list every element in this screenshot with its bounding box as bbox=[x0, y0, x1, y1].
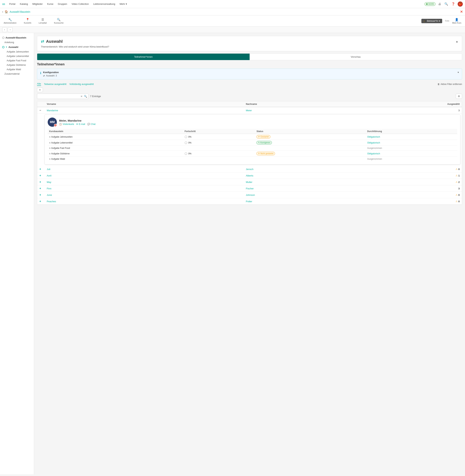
inner-row-durchfuhrung-4: Ausgenommen bbox=[366, 157, 457, 162]
back-button[interactable]: ‹ bbox=[2, 10, 3, 13]
participants-table: Vorname Nachname Ausgewählt − Mandarine … bbox=[37, 101, 462, 205]
row-lastname[interactable]: Muller bbox=[246, 181, 445, 184]
breadcrumb: Auswahl-Baustein bbox=[10, 10, 30, 13]
admin-section[interactable]: 🔧 Administration bbox=[4, 18, 17, 24]
search-clear-icon[interactable]: ✕ bbox=[80, 95, 83, 98]
card-email[interactable]: ✉ E-mail bbox=[76, 123, 85, 125]
sidebar-item-fastfood[interactable]: Aufgabe Fast Food bbox=[0, 58, 34, 63]
print-icon[interactable]: 🖨 bbox=[437, 2, 442, 6]
expand-row-button[interactable]: + bbox=[39, 167, 47, 171]
filter-trash-icon: 🗑 bbox=[438, 83, 440, 86]
wrench-icon: 🔧 bbox=[8, 18, 12, 21]
inner-row-name-1: ≡Aufgabe Lebensmittel bbox=[48, 140, 183, 146]
config-box-value: ⇄ Auswahl: 3 bbox=[43, 75, 456, 77]
visitenkarte-label: Visitenkarte bbox=[63, 123, 74, 125]
page-title: Auswahl bbox=[46, 39, 63, 44]
kursinfo-nav[interactable]: 📍 Kursinfo bbox=[24, 18, 31, 24]
settings-button[interactable]: ⚙ bbox=[456, 94, 462, 99]
table-row: + May Muller ⚠2 bbox=[37, 179, 462, 185]
nav-lektionen[interactable]: Lektionenverwaltung bbox=[91, 2, 117, 6]
active-filter-button[interactable]: 🗑 Aktive Filter entfernen bbox=[438, 83, 462, 86]
row-lastname[interactable]: Johnson bbox=[246, 194, 445, 196]
row-firstname[interactable]: Juli bbox=[47, 168, 246, 171]
inner-row-name-4: ≡Aufgabe Wald bbox=[48, 157, 183, 162]
row-count: ⚠0 bbox=[445, 200, 460, 203]
card-avatar: MM ✕ bbox=[48, 118, 57, 127]
role-icon: 🎓 bbox=[423, 20, 426, 22]
row-lastname[interactable]: Potter bbox=[246, 200, 445, 203]
role-button[interactable]: 🎓 Betreuer*in ▾ bbox=[421, 19, 442, 23]
expand-row-button[interactable]: + bbox=[39, 174, 47, 177]
sidebar-root-circle bbox=[2, 37, 4, 39]
row-firstname[interactable]: June bbox=[47, 194, 246, 196]
next-button[interactable]: › bbox=[8, 27, 12, 32]
mein-kurs-button[interactable]: 👤 Mein Kurs bbox=[452, 18, 461, 24]
search-submit-icon[interactable]: 🔍 bbox=[84, 95, 87, 98]
filter-partial[interactable]: Teilweise ausgewählt bbox=[44, 83, 66, 86]
nav-video[interactable]: Video Collection bbox=[70, 2, 91, 6]
nav-kurse[interactable]: Kurse bbox=[45, 2, 55, 6]
sidebar-section-auswahl[interactable]: ▼ Auswahl bbox=[0, 44, 34, 50]
card-visitenkarte[interactable]: 📋 Visitenkarte bbox=[59, 123, 74, 125]
sidebar-item-zusatzmaterial[interactable]: Zusatzmaterial bbox=[0, 72, 34, 76]
nav-mitglieder[interactable]: Mitglieder bbox=[31, 2, 44, 6]
header-collapse-button[interactable]: ▲ bbox=[456, 40, 458, 43]
filter-full[interactable]: Vollständig ausgewählt bbox=[69, 83, 94, 86]
logo-icon[interactable]: ∞ bbox=[2, 2, 5, 6]
home-icon[interactable]: 🏠 bbox=[5, 10, 8, 13]
row-lastname[interactable]: Jensch bbox=[246, 168, 445, 171]
nav-portal[interactable]: Portal bbox=[7, 2, 17, 6]
sidebar-item-wald[interactable]: Aufgabe Wald bbox=[0, 67, 34, 72]
prev-button[interactable]: ‹ bbox=[2, 27, 7, 32]
expand-row-button[interactable]: + bbox=[39, 180, 47, 184]
inner-row-status-3: ⟳ Nicht gestartet bbox=[255, 151, 366, 157]
row-firstname[interactable]: Avril bbox=[47, 174, 246, 177]
lernpfad-nav[interactable]: ☰ Lernpfad bbox=[39, 18, 47, 24]
row-count-0: 3 bbox=[445, 109, 460, 112]
sidebar-item-jahreszeiten[interactable]: Aufgabe Jahreszeiten bbox=[0, 50, 34, 54]
nav-katalog[interactable]: Katalog bbox=[18, 2, 30, 6]
avatar[interactable]: 🍎 bbox=[458, 1, 463, 7]
row-lastname[interactable]: Fischer bbox=[246, 187, 445, 190]
inner-table-row: ≡Aufgabe WaldAusgenommen bbox=[48, 157, 457, 162]
lernpfad-label: Lernpfad bbox=[39, 22, 47, 24]
row-count: ⚠0 bbox=[445, 168, 460, 171]
nav-mehr[interactable]: Mehr ▾ bbox=[118, 2, 129, 6]
inner-row-status-4 bbox=[255, 157, 366, 162]
row-firstname[interactable]: Finn bbox=[47, 187, 246, 190]
collapse-row-button[interactable]: − bbox=[39, 109, 47, 112]
expand-row-button[interactable]: + bbox=[39, 187, 47, 190]
row-firstname[interactable]: Peaches bbox=[47, 200, 246, 203]
card-chat[interactable]: 💬 Chat bbox=[87, 123, 95, 125]
main-layout: Auswahl-Baustein Anleitung ▼ Auswahl Auf… bbox=[0, 33, 465, 474]
help-icon[interactable]: ❓ bbox=[451, 1, 456, 6]
config-box: ℹ Konfiguration ⇄ Auswahl: 3 ▾ bbox=[37, 68, 462, 79]
nav-gruppen[interactable]: Gruppen bbox=[56, 2, 69, 6]
rolle-subtitle: Rolle bbox=[445, 20, 449, 22]
row-count: ⚠1 bbox=[445, 174, 460, 177]
filter-row: Alle Teilweise ausgewählt Vollständig au… bbox=[37, 82, 462, 86]
kurssuche-nav[interactable]: 🔍 Kurssuche bbox=[54, 18, 64, 24]
sidebar-item-anleitung[interactable]: Anleitung bbox=[0, 40, 34, 44]
row-count: 3 bbox=[445, 187, 460, 190]
expand-row-button[interactable]: + bbox=[39, 200, 47, 203]
row-firstname[interactable]: May bbox=[47, 181, 246, 184]
filter-all[interactable]: Alle bbox=[37, 82, 41, 86]
row-firstname-0[interactable]: Mandarine bbox=[47, 109, 246, 112]
search-icon[interactable]: 🔍 bbox=[444, 1, 449, 6]
expand-row-button[interactable]: + bbox=[39, 193, 47, 196]
row-lastname[interactable]: Alberts bbox=[246, 174, 445, 177]
tab-teilnehmer[interactable]: Teilnehmer*innen bbox=[37, 54, 250, 60]
sidebar-item-gluhbirne[interactable]: Aufgabe Glühbirne bbox=[0, 63, 34, 67]
page-header: ⇄ Auswahl ▲ Themenbereich: Wie und wodur… bbox=[37, 36, 462, 51]
sidebar-root-title[interactable]: Auswahl-Baustein bbox=[0, 35, 34, 40]
inner-row-status-1: ✎ Korrigieren bbox=[255, 140, 366, 146]
section-title: Teilnehmer*innen bbox=[37, 63, 462, 66]
row-lastname-0[interactable]: Meier bbox=[246, 109, 445, 112]
close-button[interactable]: ✕ bbox=[460, 10, 463, 14]
email-icon: ✉ bbox=[76, 123, 78, 125]
tab-vorschau[interactable]: Vorschau bbox=[250, 54, 462, 60]
sidebar-item-lebensmittel[interactable]: Aufgabe Lebensmittel bbox=[0, 54, 34, 58]
filter-dropdown-button[interactable]: ▾ bbox=[37, 88, 43, 92]
config-chevron-icon[interactable]: ▾ bbox=[458, 71, 459, 74]
